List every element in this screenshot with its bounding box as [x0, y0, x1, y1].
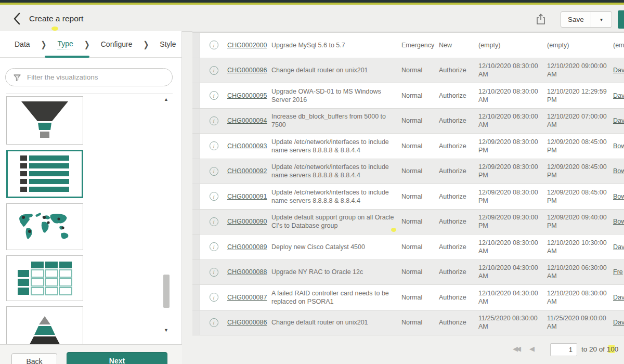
row-assigned-cell: Bow [613, 210, 624, 235]
row-info-cell: i [200, 134, 227, 159]
row-info-cell: i [200, 260, 227, 285]
row-assigned-link[interactable]: Dav [613, 116, 624, 125]
viz-option-pyramid[interactable] [6, 306, 83, 344]
previous-page-icon[interactable]: ◀ [529, 345, 535, 353]
info-icon[interactable]: i [210, 141, 218, 150]
info-icon[interactable]: i [210, 318, 218, 327]
viz-option-list[interactable] [6, 150, 83, 198]
viz-option-heatmap-table[interactable] [6, 255, 83, 301]
info-icon[interactable]: i [210, 192, 218, 201]
row-planned-end: 12/10/2020 09:00:00 AM [547, 58, 610, 83]
row-assigned-link[interactable]: Bow [613, 217, 624, 226]
row-priority: Normal [401, 109, 438, 134]
row-number-link[interactable]: CHG0000089 [227, 243, 267, 251]
step-configure[interactable]: Configure [101, 40, 133, 48]
step-style[interactable]: Style [160, 40, 176, 48]
info-icon[interactable]: i [210, 268, 218, 277]
row-left-sliver [192, 83, 200, 108]
table-row: iCHG0000086Change default router on unix… [192, 310, 624, 336]
page-number-input[interactable] [550, 343, 577, 356]
row-number-cell: CHG0000096 [227, 58, 271, 83]
share-button[interactable] [534, 11, 548, 27]
row-short-description: Upgrade OWA-SD-01 to MS Windows Server 2… [271, 83, 396, 108]
row-planned-end: 12/10/2020 10:30:00 AM [547, 235, 610, 259]
viz-list-scrollbar[interactable]: ▲ ▼ [163, 95, 172, 339]
row-assigned-link[interactable]: Bow [613, 192, 624, 201]
row-number-link[interactable]: CHG0000092 [227, 167, 267, 175]
first-page-icon[interactable]: ◀◀ [513, 345, 519, 353]
row-number-link[interactable]: CHG0002000 [227, 41, 267, 49]
row-short-description: Update /etc/network/interfaces to includ… [271, 159, 396, 184]
row-assigned-link[interactable]: Bow [613, 142, 624, 150]
row-number-link[interactable]: CHG0000086 [227, 318, 267, 327]
row-assigned-link[interactable]: Dav [613, 318, 624, 327]
row-assigned-link[interactable]: Bow [613, 167, 624, 175]
row-planned-start: 12/10/2020 08:30:00 AM [478, 235, 542, 259]
chevron-left-icon [12, 12, 21, 25]
row-number-cell: CHG0000095 [227, 83, 271, 108]
scroll-down-icon[interactable]: ▼ [164, 328, 168, 333]
step-type[interactable]: Type [57, 40, 73, 49]
step-data[interactable]: Data [15, 40, 30, 48]
filter-visualizations-input[interactable] [26, 73, 166, 82]
row-left-sliver [192, 260, 200, 285]
next-step-button[interactable]: Next [67, 352, 167, 364]
row-state: Authorize [439, 210, 477, 235]
row-assigned-link[interactable]: Dav [613, 66, 624, 74]
row-info-cell: i [200, 184, 227, 209]
info-icon[interactable]: i [210, 217, 218, 226]
page-title: Create a report [29, 14, 83, 23]
pyramid-chart-icon [21, 315, 68, 345]
info-icon[interactable]: i [210, 116, 218, 125]
row-planned-start: 12/10/2020 08:30:00 AM [478, 83, 542, 108]
row-left-sliver [192, 159, 200, 184]
scroll-up-icon[interactable]: ▲ [164, 97, 168, 102]
table-row: iCHG0000087A failed RAID controller card… [192, 285, 624, 310]
row-number-link[interactable]: CHG0000096 [227, 66, 267, 74]
row-assigned-link[interactable]: Dav [613, 293, 624, 302]
row-number-link[interactable]: CHG0000088 [227, 268, 267, 276]
info-icon[interactable]: i [210, 293, 218, 302]
info-icon[interactable]: i [210, 91, 218, 100]
table-row: iCHG0000088Upgrade NY RAC to Oracle 12cN… [192, 260, 624, 285]
row-planned-end: 11/25/2020 09:00:00 AM [547, 310, 610, 335]
row-planned-end: 12/09/2020 09:40:00 PM [547, 210, 610, 235]
row-number-link[interactable]: CHG0000095 [227, 92, 267, 100]
scrollbar-thumb[interactable] [163, 275, 170, 308]
row-number-link[interactable]: CHG0000091 [227, 192, 267, 201]
run-button-partial[interactable] [618, 10, 624, 29]
row-planned-start: 12/10/2020 04:30:00 AM [478, 260, 542, 285]
row-state: Authorize [439, 83, 477, 108]
row-assigned-cell: Dav [613, 109, 624, 134]
table-row: iCHG0000094Increase db_block_buffers fro… [192, 109, 624, 134]
row-short-description: Update default support group on all Orac… [271, 210, 396, 235]
save-button[interactable]: Save [561, 11, 591, 28]
save-dropdown-button[interactable]: ▾ [591, 11, 612, 28]
viz-option-world-map[interactable] [6, 203, 83, 250]
row-planned-start: 12/10/2020 08:30:00 AM [478, 58, 542, 83]
row-state: Authorize [439, 109, 477, 134]
row-short-description: Update /etc/network/interfaces to includ… [271, 134, 396, 159]
row-planned-end: 12/09/2020 08:45:00 PM [547, 134, 610, 159]
row-number-link[interactable]: CHG0000094 [227, 116, 267, 125]
row-priority: Normal [401, 285, 438, 310]
info-icon[interactable]: i [210, 41, 218, 49]
viz-option-funnel[interactable] [6, 96, 83, 145]
back-button[interactable] [9, 11, 24, 26]
row-info-cell: i [200, 210, 227, 235]
info-icon[interactable]: i [210, 167, 218, 176]
row-number-link[interactable]: CHG0000087 [227, 293, 267, 302]
row-assigned-link[interactable]: Fre [613, 268, 623, 276]
row-assigned-link[interactable]: Dav [613, 92, 624, 100]
table-row: iCHG0000089Deploy new Cisco Catalyst 450… [192, 235, 624, 260]
back-step-button[interactable]: Back [11, 353, 57, 364]
row-state: New [439, 33, 477, 58]
info-icon[interactable]: i [210, 242, 218, 251]
row-assigned-link[interactable]: Dav [613, 243, 624, 251]
row-number-cell: CHG0000089 [227, 235, 271, 259]
chevron-right-icon: ❯ [143, 40, 149, 49]
row-info-cell: i [200, 33, 227, 58]
row-number-link[interactable]: CHG0000090 [227, 217, 267, 226]
row-number-link[interactable]: CHG0000093 [227, 142, 267, 150]
info-icon[interactable]: i [210, 66, 218, 75]
